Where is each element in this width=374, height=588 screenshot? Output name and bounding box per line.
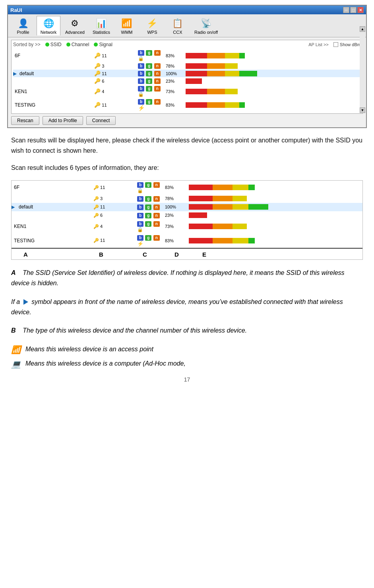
toolbar: 👤 Profile 🌐 Network ⚙ Advanced 📊 Statist… — [8, 14, 366, 37]
ssid-cell: 6F — [13, 49, 93, 62]
show-dbm-control[interactable]: Show dBm — [333, 42, 361, 47]
desc-section-a: A The SSID (Service Set Identifier) of w… — [11, 268, 363, 289]
rescan-button[interactable]: Rescan — [11, 116, 39, 125]
toolbar-network[interactable]: 🌐 Network — [37, 16, 60, 35]
statistics-icon: 📊 — [95, 17, 108, 30]
minimize-button[interactable]: ─ — [343, 7, 349, 13]
maximize-button[interactable]: □ — [350, 7, 357, 13]
tag-b: b — [137, 221, 143, 227]
diag-tags: b g n 🔒 — [135, 181, 163, 195]
table-row[interactable]: 🔑 3 b g n 78% — [13, 62, 361, 70]
type-channel-cell: 🔑 3 — [93, 62, 136, 70]
connect-button[interactable]: Connect — [86, 116, 116, 125]
diag-tags: b g n — [135, 195, 163, 203]
window-title: RaUI — [10, 7, 22, 13]
access-point-icon: 📶 — [11, 345, 25, 354]
toolbar-network-label: Network — [41, 30, 56, 35]
tag-g: g — [145, 235, 151, 241]
tag-g: g — [146, 71, 152, 76]
scrollbar[interactable]: ▲ ▼ — [360, 26, 365, 113]
toolbar-wps[interactable]: ⚡ WPS — [140, 16, 164, 35]
signal-filter[interactable]: Signal — [94, 42, 112, 47]
ssid-cell: ▶ default — [13, 70, 93, 77]
table-row[interactable]: KEN1 🔑 4 b g n 🔒 73% — [13, 85, 361, 98]
toolbar-profile-label: Profile — [17, 30, 29, 35]
titlebar-buttons: ─ □ ✕ — [343, 7, 364, 13]
scroll-down-btn[interactable]: ▼ — [360, 107, 365, 113]
icon-2-desc: Means this wireless device is a computer… — [25, 358, 186, 369]
desc-b-body: The type of this wireless device and the… — [23, 327, 247, 334]
percent-cell: 78% — [164, 62, 184, 70]
tag-g: g — [145, 182, 151, 188]
diag-ssid: ▶ default — [12, 203, 91, 211]
diagram-row: 🔑 6 b g n 23% — [12, 211, 362, 220]
diagram-row: 🔑 3 b g n 78% — [12, 195, 362, 203]
diagram-row: ▶ default 🔑 11 b g n 100% — [12, 203, 362, 211]
ap-header: Sorted by >> SSID Channel Signal AP List… — [13, 42, 361, 47]
tag-n: n — [153, 213, 160, 218]
icon-desc-row-2: 💻 Means this wireless device is a comput… — [11, 358, 363, 369]
percent-cell: 83% — [164, 49, 184, 62]
tag-b: b — [138, 78, 144, 84]
bar-cell — [184, 70, 361, 77]
tag-n: n — [154, 50, 161, 56]
desc-b-label: B — [11, 327, 16, 334]
ssid-filter[interactable]: SSID — [45, 42, 62, 47]
toolbar-wmm[interactable]: 📶 WMM — [115, 16, 139, 35]
table-row[interactable]: TESTING 🔑 11 b g n ⚡ 83% — [13, 98, 361, 112]
tag-b: b — [137, 196, 143, 202]
desc-a-body: The SSID (Service Set Identifier) of wir… — [11, 269, 345, 286]
signal-dot — [94, 43, 98, 47]
diag-wifi-icon: 🔑 — [93, 204, 99, 209]
icon-desc-row-1: 📶 Means this wireless device is an acces… — [11, 344, 363, 354]
lock-icon: 🔒 — [138, 56, 144, 61]
show-dbm-checkbox[interactable] — [333, 42, 338, 47]
close-button[interactable]: ✕ — [357, 7, 364, 13]
ap-buttons: Rescan Add to Profile Connect — [11, 116, 363, 125]
wifi-icon: 🔑 — [94, 70, 101, 76]
icon-1-desc: Means this wireless device is an access … — [25, 344, 153, 354]
desc-a-text: A The SSID (Service Set Identifier) of w… — [11, 268, 363, 289]
diag-pct: 78% — [163, 195, 186, 203]
diag-wifi-icon: 🔑 — [93, 213, 99, 218]
diag-bar — [186, 211, 362, 220]
diag-bar — [186, 195, 362, 203]
toolbar-profile[interactable]: 👤 Profile — [11, 16, 35, 35]
diag-ssid: KEN1 — [12, 220, 91, 234]
toolbar-ccx-label: CCX — [173, 30, 182, 35]
toolbar-radio[interactable]: 📡 Radio on/off — [191, 16, 221, 35]
sorted-by-label: Sorted by >> — [13, 42, 41, 47]
percent-cell: 83% — [164, 98, 184, 112]
diag-pct: 100% — [163, 203, 186, 211]
diag-tags: b g n 🔒 — [135, 220, 163, 234]
label-d: D — [174, 251, 202, 258]
percent-cell: 100% — [164, 70, 184, 77]
desc-b-text: B The type of this wireless device and t… — [11, 325, 363, 336]
table-row[interactable]: 🔑 6 b g n 23% — [13, 77, 361, 85]
diag-ssid: TESTING — [12, 234, 91, 248]
table-row[interactable]: 6F 🔑 11 b g n 🔒 83% — [13, 49, 361, 62]
show-dbm-label: Show dBm — [340, 42, 361, 47]
wifi-icon: 🔑 — [94, 102, 101, 108]
channel-filter[interactable]: Channel — [66, 42, 89, 47]
channel-val: 4 — [102, 89, 104, 94]
tag-n: n — [154, 63, 161, 69]
toolbar-statistics[interactable]: 📊 Statistics — [89, 16, 113, 35]
channel-dot — [66, 43, 70, 47]
toolbar-ccx[interactable]: 📋 CCX — [166, 16, 190, 35]
add-profile-button[interactable]: Add to Profile — [43, 116, 83, 125]
diag-ssid — [12, 211, 91, 220]
lock-icon: 🔒 — [137, 188, 143, 193]
diagram-labels: A B C D E — [12, 248, 362, 259]
titlebar: RaUI ─ □ ✕ — [8, 6, 366, 14]
toolbar-advanced[interactable]: ⚙ Advanced — [62, 16, 88, 35]
tag-b: b — [138, 86, 144, 92]
scroll-up-btn[interactable]: ▲ — [360, 26, 365, 32]
toolbar-radio-label: Radio on/off — [194, 30, 218, 35]
tag-b: b — [137, 213, 143, 218]
tag-n: n — [154, 99, 161, 105]
ssid-cell — [13, 62, 93, 70]
radio-icon: 📡 — [200, 17, 213, 30]
table-row[interactable]: ▶ default 🔑 11 b g n 100% — [13, 70, 361, 77]
scroll-track — [360, 32, 365, 107]
